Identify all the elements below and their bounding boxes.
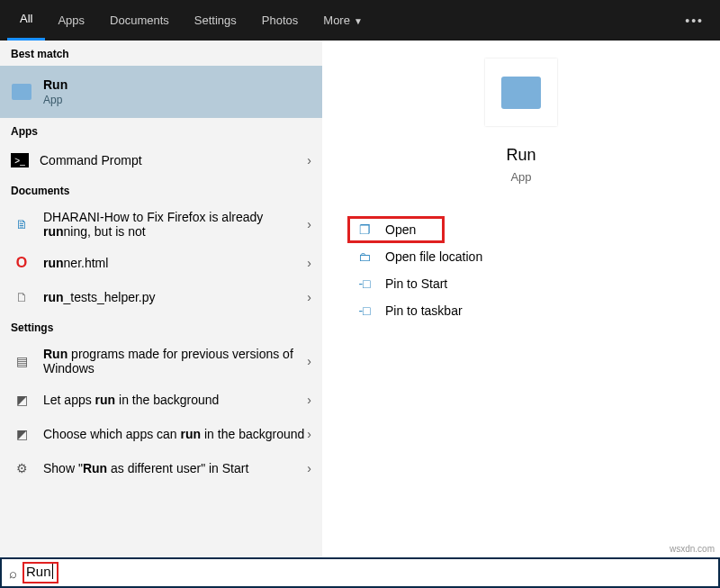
search-icon: ⌕ bbox=[9, 565, 17, 581]
svg-rect-1 bbox=[14, 86, 29, 89]
chevron-down-icon: ▼ bbox=[354, 16, 363, 26]
opera-icon: O bbox=[11, 253, 32, 273]
tab-photos[interactable]: Photos bbox=[249, 0, 310, 41]
result-setting-background-apps[interactable]: ◩ Let apps run in the background › bbox=[0, 383, 322, 417]
results-panel: Best match Run App Apps >_ Command Promp… bbox=[0, 41, 322, 557]
folder-icon: 🗀 bbox=[356, 249, 373, 264]
section-best-match: Best match bbox=[0, 41, 322, 66]
chevron-right-icon: › bbox=[307, 427, 311, 441]
preview-panel: Run App ❐ Open 🗀 Open file location -□ P… bbox=[322, 41, 720, 557]
run-icon-large bbox=[485, 59, 557, 126]
search-bar[interactable]: ⌕ Run bbox=[0, 557, 720, 588]
chevron-right-icon: › bbox=[307, 393, 311, 407]
tab-apps[interactable]: Apps bbox=[45, 0, 97, 41]
action-open[interactable]: ❐ Open bbox=[347, 216, 445, 243]
result-title: Run bbox=[43, 77, 311, 92]
section-documents: Documents bbox=[0, 177, 322, 203]
action-open-file-location[interactable]: 🗀 Open file location bbox=[347, 243, 720, 270]
filter-topbar: All Apps Documents Settings Photos More▼… bbox=[0, 0, 720, 41]
preview-subtitle: App bbox=[322, 170, 720, 184]
tab-all[interactable]: All bbox=[7, 0, 45, 41]
pin-icon: -□ bbox=[356, 303, 373, 318]
action-pin-to-start[interactable]: -□ Pin to Start bbox=[347, 270, 720, 297]
result-subtitle: App bbox=[43, 94, 311, 106]
terminal-icon: >_ bbox=[11, 153, 29, 167]
chevron-right-icon: › bbox=[307, 217, 311, 231]
more-options-button[interactable]: ••• bbox=[685, 14, 704, 28]
svg-rect-3 bbox=[507, 82, 536, 87]
tab-more[interactable]: More▼ bbox=[310, 0, 375, 41]
result-doc-firefox[interactable]: 🗎 DHARANI-How to Fix Firefox is already … bbox=[0, 203, 322, 246]
chevron-right-icon: › bbox=[307, 290, 311, 304]
search-input[interactable]: Run bbox=[22, 562, 58, 583]
file-icon: 🗋 bbox=[11, 287, 32, 307]
compat-icon: ▤ bbox=[11, 351, 32, 371]
open-icon: ❐ bbox=[356, 222, 373, 237]
tab-documents[interactable]: Documents bbox=[97, 0, 182, 41]
chevron-right-icon: › bbox=[307, 256, 311, 270]
section-settings: Settings bbox=[0, 314, 322, 339]
setup-icon: ⚙ bbox=[11, 458, 32, 478]
tab-settings[interactable]: Settings bbox=[182, 0, 249, 41]
background-icon: ◩ bbox=[11, 390, 32, 410]
pin-icon: -□ bbox=[356, 276, 373, 291]
result-setting-run-as-user[interactable]: ⚙ Show "Run as different user" in Start … bbox=[0, 451, 322, 485]
section-apps: Apps bbox=[0, 118, 322, 143]
doc-icon: 🗎 bbox=[11, 214, 32, 234]
svg-rect-2 bbox=[501, 77, 541, 109]
chevron-right-icon: › bbox=[307, 354, 311, 368]
chevron-right-icon: › bbox=[307, 153, 311, 167]
result-doc-runner-html[interactable]: O runner.html › bbox=[0, 246, 322, 280]
result-command-prompt[interactable]: >_ Command Prompt › bbox=[0, 143, 322, 177]
result-setting-compat[interactable]: ▤ Run programs made for previous version… bbox=[0, 339, 322, 383]
background-icon: ◩ bbox=[11, 424, 32, 444]
result-run-app[interactable]: Run App bbox=[0, 66, 322, 118]
action-pin-to-taskbar[interactable]: -□ Pin to taskbar bbox=[347, 297, 720, 324]
chevron-right-icon: › bbox=[307, 461, 311, 475]
result-doc-run-tests[interactable]: 🗋 run_tests_helper.py › bbox=[0, 280, 322, 314]
actions-list: ❐ Open 🗀 Open file location -□ Pin to St… bbox=[322, 216, 720, 324]
watermark: wsxdn.com bbox=[670, 544, 715, 554]
run-icon bbox=[11, 82, 32, 102]
preview-title: Run bbox=[322, 146, 720, 165]
svg-rect-0 bbox=[12, 84, 32, 100]
result-setting-choose-background[interactable]: ◩ Choose which apps can run in the backg… bbox=[0, 417, 322, 451]
